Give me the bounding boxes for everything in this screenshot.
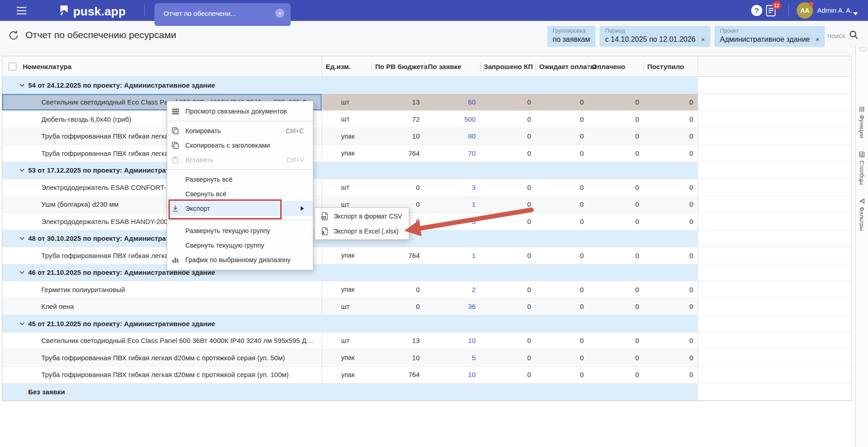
table-row[interactable]: Электрододержатель ESAB HANDY-200 шт 0 3…: [2, 213, 851, 230]
request-cell[interactable]: 2: [424, 281, 480, 298]
sidebar-tab[interactable]: Функции: [858, 107, 865, 138]
table-row[interactable]: Герметик полиуритановый упак 0 2 0 0 0 0: [2, 281, 851, 298]
nomenclature-cell[interactable]: Клей пена: [2, 298, 322, 315]
received-cell: 0: [644, 281, 698, 298]
table-row[interactable]: Дюбель-гвоздь 6,0x40 (гриб) шт 72 500 0 …: [2, 111, 851, 128]
table-row[interactable]: Ушм (болгарка) d230 мм шт 0 1 0 0 0 0: [2, 196, 851, 214]
request-cell[interactable]: 3: [424, 179, 480, 196]
menu-item-label: Экспорт: [185, 205, 210, 212]
menu-item-label: Просмотр связанных документов: [185, 108, 287, 115]
sidebar-tab[interactable]: Столбцы: [858, 152, 865, 185]
open-document-tab[interactable]: Отчет по обеспечени... ×: [154, 3, 291, 26]
row-filler: [698, 179, 851, 196]
column-header-awaiting-payment[interactable]: Ожидает оплаты: [536, 56, 588, 76]
paid-cell: 0: [588, 179, 644, 196]
submenu-item[interactable]: csvЭкспорт в формат CSV: [315, 209, 409, 224]
chevron-down-icon[interactable]: [20, 169, 25, 172]
unit-cell: упак: [322, 247, 372, 264]
chip-close-icon[interactable]: ×: [701, 36, 705, 43]
nomenclature-cell[interactable]: Светильник светодиодный Eco Class Panel …: [2, 333, 322, 349]
budget-cell: 10: [372, 128, 424, 145]
column-header-request[interactable]: По заявке: [424, 56, 480, 76]
brand-name: pusk.app: [73, 5, 126, 19]
chevron-down-icon[interactable]: [20, 237, 25, 240]
submenu-item[interactable]: Экспорт в Excel (.xlsx): [315, 224, 409, 238]
context-menu-item[interactable]: Скопировать с заголовками: [167, 138, 313, 153]
chevron-down-icon[interactable]: [20, 271, 25, 274]
refresh-icon[interactable]: [8, 30, 19, 43]
request-cell[interactable]: 70: [424, 145, 480, 162]
group-row[interactable]: 54 от 24.12.2025 по проекту: Администрат…: [2, 77, 851, 94]
column-header-nomenclature[interactable]: Номенклатура: [2, 56, 322, 76]
requested-kp-cell: 0: [480, 145, 536, 162]
table-row[interactable]: Электрододержатель ESAB CONFORT-200 шт 0…: [2, 179, 851, 196]
column-header-received[interactable]: Поступило: [644, 56, 698, 76]
filter-chip[interactable]: Проект Административное здание×: [714, 26, 825, 47]
group-row[interactable]: Без заявки: [2, 383, 851, 401]
request-cell[interactable]: 60: [424, 94, 480, 111]
table-row[interactable]: Клей пена шт 0 36 0 0 0 0: [2, 298, 851, 316]
search-label: поиск: [828, 32, 845, 40]
group-row[interactable]: 48 от 30.10.2025 по проекту: Администрат…: [2, 230, 851, 248]
request-cell[interactable]: 10: [424, 333, 480, 349]
chip-close-icon[interactable]: ×: [815, 36, 819, 43]
context-menu-item[interactable]: Экспорт: [167, 201, 313, 216]
paid-cell: 0: [588, 298, 644, 315]
row-filler: [698, 333, 851, 349]
nomenclature-cell[interactable]: Труба гофрированная ПВХ гибкая легкая d2…: [2, 349, 322, 366]
context-menu-item[interactable]: Копировать Ctrl+C: [167, 124, 313, 138]
context-menu-item[interactable]: Просмотр связанных документов: [167, 104, 313, 119]
table-row[interactable]: Светильник светодиодный Eco Class Panel …: [2, 94, 851, 111]
group-row[interactable]: 45 от 21.10.2025 по проекту: Администрат…: [2, 315, 851, 333]
request-cell[interactable]: 5: [424, 349, 480, 366]
group-row[interactable]: 46 от 21.10.2025 по проекту: Администрат…: [2, 264, 851, 282]
context-menu-item[interactable]: Развернуть текущую группу: [167, 224, 313, 238]
request-cell[interactable]: 3: [424, 213, 480, 230]
table-row[interactable]: Труба гофрированная ПВХ гибкая легкая d2…: [2, 349, 851, 367]
request-cell[interactable]: 1: [424, 196, 480, 213]
tab-close-icon[interactable]: ×: [275, 9, 284, 18]
panel-corner-handle[interactable]: [859, 47, 867, 51]
app-logo[interactable]: pusk.app: [59, 5, 126, 19]
context-menu-item[interactable]: Свернуть текущую группу: [167, 238, 313, 253]
filter-chip[interactable]: Группировка по заявкам: [547, 26, 596, 47]
column-header-unit[interactable]: Ед.изм.: [322, 56, 372, 76]
request-cell[interactable]: 36: [424, 298, 480, 315]
table-row[interactable]: Труба гофрированная ПВХ гибкая легкая d2…: [2, 128, 851, 145]
table-row[interactable]: Труба гофрированная ПВХ гибкая легкая d2…: [2, 247, 851, 264]
filter-chip[interactable]: Период с 14.10.2025 по 12.01.2026×: [600, 26, 710, 47]
chevron-down-icon[interactable]: [20, 322, 25, 325]
nomenclature-text: Труба гофрированная ПВХ гибкая легкая d2…: [2, 371, 322, 378]
search-icon[interactable]: [849, 30, 858, 41]
help-icon[interactable]: ?: [751, 5, 763, 16]
group-label: 45 от 21.10.2025 по проекту: Администрат…: [28, 320, 215, 328]
request-cell[interactable]: 80: [424, 128, 480, 145]
table-row[interactable]: Труба гофрированная ПВХ гибкая легкая d2…: [2, 367, 851, 384]
context-menu-item[interactable]: Развернуть всё: [167, 172, 313, 187]
paid-cell: 0: [588, 333, 644, 349]
column-header-budget[interactable]: По РВ бюджета: [372, 56, 424, 76]
group-label: 54 от 24.12.2025 по проекту: Администрат…: [28, 81, 215, 89]
right-side-panel: ФункцииСтолбцыФильтры: [855, 45, 868, 447]
context-menu-item[interactable]: График по выбранному диапазону: [167, 253, 313, 267]
request-cell[interactable]: 1: [424, 247, 480, 264]
table-row[interactable]: Светильник светодиодный Eco Class Panel …: [2, 333, 851, 350]
row-filler: [698, 383, 851, 400]
topbar-separator: [789, 5, 789, 16]
group-row[interactable]: 53 от 17.12.2025 по проекту: Администрат…: [2, 162, 851, 179]
hamburger-menu-icon[interactable]: [16, 7, 27, 16]
column-header-requested-kp[interactable]: Запрошено КП: [480, 56, 536, 76]
nomenclature-cell[interactable]: Труба гофрированная ПВХ гибкая легкая d2…: [2, 367, 322, 383]
select-all-checkbox[interactable]: [9, 63, 16, 70]
sidebar-tab[interactable]: Фильтры: [858, 199, 865, 231]
context-menu-item[interactable]: Свернуть всё: [167, 187, 313, 201]
table-row[interactable]: Труба гофрированная ПВХ гибкая легкая d2…: [2, 145, 851, 162]
user-menu-chevron-icon[interactable]: [853, 9, 858, 17]
nomenclature-cell[interactable]: Герметик полиуритановый: [2, 281, 322, 298]
request-cell[interactable]: 10: [424, 367, 480, 383]
chevron-down-icon[interactable]: [20, 84, 25, 87]
search-control[interactable]: поиск: [828, 30, 858, 41]
column-header-paid[interactable]: Оплачено: [588, 56, 644, 76]
awaiting-payment-cell: 0: [536, 179, 588, 196]
request-cell[interactable]: 500: [424, 111, 480, 128]
